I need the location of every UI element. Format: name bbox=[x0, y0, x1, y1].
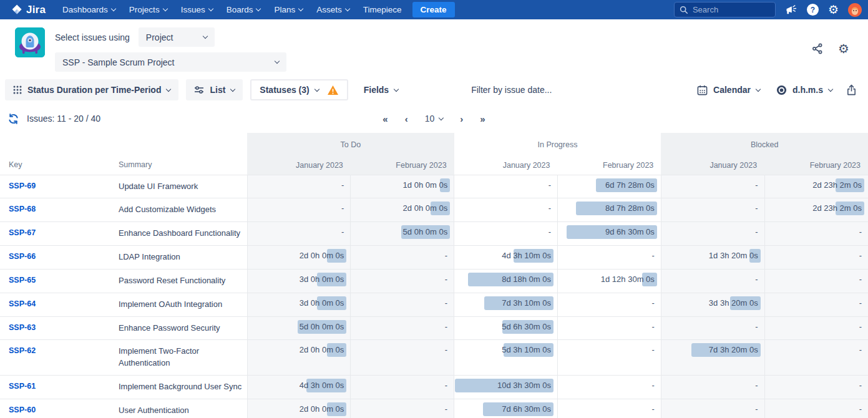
duration-cell: 10d 3h 30m 0s bbox=[454, 376, 558, 399]
report-type-button[interactable]: Status Duration per Time-Period bbox=[5, 79, 178, 100]
duration-cell: - bbox=[661, 222, 764, 246]
share-icon[interactable] bbox=[812, 43, 823, 54]
duration-value: - bbox=[755, 376, 758, 396]
duration-value: - bbox=[651, 340, 654, 360]
duration-value: 7d 3h 20m 0s bbox=[709, 340, 758, 360]
jira-logo[interactable]: Jira bbox=[11, 4, 46, 16]
statuses-label: Statuses (3) bbox=[260, 85, 309, 95]
nav-item-issues[interactable]: Issues bbox=[174, 0, 220, 19]
duration-value: - bbox=[651, 246, 654, 266]
issue-key-link[interactable]: SSP-66 bbox=[9, 252, 36, 261]
duration-cell: - bbox=[247, 222, 351, 246]
issue-key-link[interactable]: SSP-62 bbox=[9, 346, 36, 355]
select-issues-label: Select issues using bbox=[55, 32, 130, 42]
duration-value: 5d 3h 10m 0s bbox=[502, 340, 551, 360]
issue-key-link[interactable]: SSP-65 bbox=[9, 276, 36, 284]
duration-cell: 2d 0h 0m 0s bbox=[247, 340, 351, 376]
chevron-down-icon bbox=[162, 6, 167, 11]
next-page-button[interactable]: › bbox=[460, 114, 463, 124]
issue-key-link[interactable]: SSP-69 bbox=[9, 182, 36, 190]
chevron-down-icon bbox=[394, 86, 399, 91]
duration-value: - bbox=[859, 376, 862, 396]
duration-value: - bbox=[755, 270, 758, 289]
chevron-down-icon bbox=[111, 6, 116, 11]
duration-value: - bbox=[341, 198, 344, 218]
settings-icon[interactable]: ⚙ bbox=[828, 4, 839, 16]
duration-cell: 3d 0h 0m 0s bbox=[247, 269, 351, 293]
duration-value: - bbox=[859, 340, 862, 360]
announcements-icon[interactable] bbox=[785, 4, 797, 16]
chevron-down-icon bbox=[275, 59, 280, 64]
duration-value: 5d 0h 0m 0s bbox=[300, 317, 344, 337]
month-header: February 2023 bbox=[351, 156, 454, 175]
duration-cell: - bbox=[351, 316, 454, 340]
help-icon[interactable]: ? bbox=[807, 4, 819, 16]
time-format-button[interactable]: d.h.m.s bbox=[774, 79, 835, 100]
issue-key-link[interactable]: SSP-63 bbox=[9, 323, 36, 332]
search-input[interactable] bbox=[693, 5, 761, 14]
refresh-icon[interactable] bbox=[7, 113, 19, 125]
status-group-header-in-progress: In Progress bbox=[454, 133, 661, 156]
issue-key-link[interactable]: SSP-68 bbox=[9, 205, 36, 213]
duration-value: 3d 0h 0m 0s bbox=[300, 270, 344, 289]
nav-item-label: Dashboards bbox=[62, 5, 108, 14]
duration-cell: - bbox=[764, 376, 868, 399]
status-group-header-to-do: To Do bbox=[247, 133, 454, 156]
export-icon[interactable] bbox=[846, 84, 857, 96]
duration-cell: 5d 6h 30m 0s bbox=[454, 316, 558, 340]
issue-date-filter-input[interactable] bbox=[471, 85, 621, 95]
duration-cell: - bbox=[351, 269, 454, 293]
nav-item-plans[interactable]: Plans bbox=[267, 0, 310, 19]
nav-item-boards[interactable]: Boards bbox=[220, 0, 268, 19]
issue-key-link[interactable]: SSP-60 bbox=[9, 406, 36, 414]
create-button[interactable]: Create bbox=[412, 2, 455, 17]
issue-summary: Implement Two-Factor Authentication bbox=[110, 340, 247, 376]
duration-cell: - bbox=[454, 198, 558, 222]
view-mode-button[interactable]: List bbox=[186, 79, 243, 100]
report-toolbar: Status Duration per Time-Period List Sta… bbox=[0, 79, 868, 100]
calendar-button[interactable]: Calendar bbox=[695, 79, 763, 100]
table-row: SSP-69Update UI Framework-1d 0h 0m 0s-6d… bbox=[0, 175, 868, 198]
nav-item-dashboards[interactable]: Dashboards bbox=[56, 0, 122, 19]
duration-cell: 2d 0h 0m 0s bbox=[351, 198, 454, 222]
duration-cell: 2d 23h 2m 0s bbox=[764, 175, 868, 198]
page-size-select[interactable]: 10 bbox=[425, 114, 444, 124]
report-settings-gear-icon[interactable]: ⚙ bbox=[838, 41, 849, 56]
last-page-button[interactable]: » bbox=[480, 114, 485, 124]
duration-cell: - bbox=[557, 293, 661, 316]
nav-item-timepiece[interactable]: Timepiece bbox=[356, 0, 409, 19]
duration-cell: 6d 7h 28m 0s bbox=[557, 175, 661, 198]
duration-value: 2d 0h 0m 0s bbox=[403, 198, 448, 218]
first-page-button[interactable]: « bbox=[383, 114, 388, 124]
prev-page-button[interactable]: ‹ bbox=[405, 114, 408, 124]
issue-key-link[interactable]: SSP-67 bbox=[9, 228, 36, 237]
duration-cell: - bbox=[454, 222, 558, 246]
issue-source-select[interactable]: Project bbox=[139, 27, 215, 47]
duration-cell: 7d 3h 20m 0s bbox=[661, 340, 764, 376]
nav-item-projects[interactable]: Projects bbox=[122, 0, 174, 19]
fields-button[interactable]: Fields bbox=[356, 79, 406, 100]
duration-cell: 4d 3h 10m 0s bbox=[454, 246, 558, 270]
table-row: SSP-64Implement OAuth Integration3d 0h 0… bbox=[0, 293, 868, 316]
project-select[interactable]: SSP - Sample Scrum Project bbox=[55, 52, 286, 72]
duration-cell: - bbox=[661, 316, 764, 340]
brand-name: Jira bbox=[26, 4, 46, 16]
key-column-header: Key bbox=[0, 133, 110, 175]
status-duration-table: Key Summary To DoIn ProgressBlocked Janu… bbox=[0, 133, 868, 418]
duration-cell: 1d 12h 30m 0s bbox=[557, 269, 661, 293]
nav-item-assets[interactable]: Assets bbox=[310, 0, 356, 19]
nav-item-label: Issues bbox=[181, 5, 205, 14]
duration-value: - bbox=[549, 175, 551, 195]
duration-value: - bbox=[445, 317, 447, 337]
statuses-button[interactable]: Statuses (3) bbox=[250, 79, 348, 100]
duration-cell: 8d 7h 28m 0s bbox=[557, 198, 661, 222]
issue-key-link[interactable]: SSP-61 bbox=[9, 382, 36, 391]
chevron-down-icon bbox=[756, 86, 761, 91]
user-avatar[interactable] bbox=[848, 3, 862, 17]
duration-value: 9d 6h 30m 0s bbox=[605, 222, 655, 242]
duration-value: 8d 18h 0m 0s bbox=[502, 270, 551, 289]
duration-cell: 3d 3h 20m 0s bbox=[661, 293, 764, 316]
project-value: SSP - Sample Scrum Project bbox=[62, 57, 174, 67]
issue-key-link[interactable]: SSP-64 bbox=[9, 299, 36, 308]
navbar-search[interactable] bbox=[674, 2, 776, 17]
